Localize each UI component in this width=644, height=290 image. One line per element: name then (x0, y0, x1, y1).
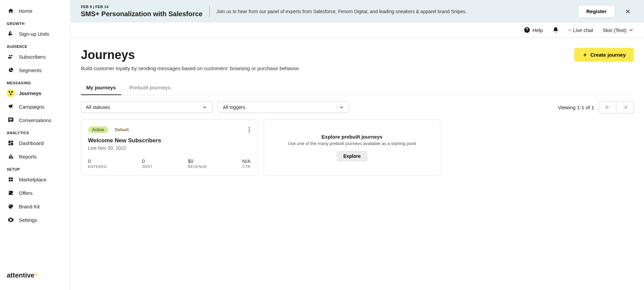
explore-description: Use one of the many prebuilt journeys av… (288, 141, 416, 146)
tab-prebuilt-journeys[interactable]: Prebuilt journeys (124, 81, 176, 95)
sidebar-item-label: Conversations (19, 117, 51, 123)
stat-ctr: N/A CTR (242, 158, 251, 169)
sidebar-item-campaigns[interactable]: Campaigns (0, 100, 70, 113)
stat-value: $0 (188, 158, 207, 164)
close-icon (624, 8, 631, 15)
cards-row: Active Default Welcome New Subscribers L… (81, 119, 634, 176)
explore-card: Explore prebuilt journeys Use one of the… (264, 119, 440, 176)
sidebar-item-settings[interactable]: Settings (0, 213, 70, 227)
chevron-down-icon (339, 105, 344, 110)
stat-label: REVENUE (188, 165, 207, 169)
stat-label: ENTERED (88, 165, 107, 169)
stat-entered: 0 ENTERED (88, 158, 107, 169)
journey-icon (7, 89, 15, 97)
gear-icon (7, 216, 15, 224)
status-badge: Active (88, 126, 108, 133)
sidebar-item-home[interactable]: Home (0, 4, 70, 18)
page-header: Journeys Create journey (81, 48, 634, 62)
announcement-banner: FEB 9 | FEB 14 SMS+ Personalization with… (71, 0, 644, 23)
sidebar-item-conversations[interactable]: Conversations (0, 113, 70, 127)
journey-card[interactable]: Active Default Welcome New Subscribers L… (81, 119, 258, 176)
live-chat-link[interactable]: Live chat (568, 27, 593, 33)
status-filter-value: All statuses (86, 105, 110, 110)
megaphone-icon (7, 103, 15, 111)
dots-vertical-icon (248, 127, 250, 133)
stat-label: SENT (142, 165, 152, 169)
sidebar-item-label: Brand Kit (19, 204, 40, 209)
sidebar-item-label: Settings (19, 217, 37, 223)
chevron-down-icon (628, 27, 634, 33)
plus-icon (582, 52, 588, 58)
account-label: Skio (Test) (603, 27, 626, 33)
pagination-next-button[interactable] (616, 101, 634, 113)
people-icon (7, 53, 15, 61)
home-icon (7, 7, 15, 15)
page-title: Journeys (81, 48, 135, 62)
sidebar-logo: attentive • (0, 265, 70, 286)
notifications-button[interactable] (552, 27, 559, 33)
card-menu-button[interactable] (248, 126, 251, 133)
sidebar-item-offers[interactable]: Offers (0, 186, 70, 200)
sidebar-item-segments[interactable]: Segments (0, 63, 70, 77)
svg-point-3 (249, 132, 250, 133)
percent-icon (7, 189, 15, 197)
page-content: Journeys Create journey Build customer l… (71, 38, 644, 290)
segment-icon (7, 66, 15, 74)
divider (209, 5, 210, 18)
card-stats: 0 ENTERED 0 SENT $0 REVENUE N/A CTR (88, 158, 251, 169)
journey-title: Welcome New Subscribers (88, 137, 251, 144)
pagination-buttons (599, 101, 634, 113)
stat-sent: 0 SENT (142, 158, 152, 169)
sidebar-item-subscribers[interactable]: Subscribers (0, 50, 70, 63)
svg-point-2 (249, 129, 250, 130)
help-icon (524, 27, 530, 33)
sidebar-item-brand-kit[interactable]: Brand Kit (0, 200, 70, 213)
explore-title: Explore prebuilt journeys (322, 134, 383, 140)
help-label: Help (532, 27, 543, 33)
sidebar-item-journeys[interactable]: Journeys (0, 86, 70, 100)
sidebar-item-label: Subscribers (19, 54, 46, 60)
sidebar-item-label: Offers (19, 190, 33, 196)
chat-icon (7, 116, 15, 124)
banner-heading-group: FEB 9 | FEB 14 SMS+ Personalization with… (81, 5, 203, 18)
page-subtitle: Build customer loyalty by sending messag… (81, 65, 634, 71)
sidebar-section-growth: GROWTH (0, 18, 70, 27)
create-journey-button[interactable]: Create journey (574, 48, 634, 62)
pagination: Viewing 1-1 of 1 (558, 101, 634, 113)
palette-icon (7, 202, 15, 210)
logo-text: attentive (7, 271, 34, 279)
help-link[interactable]: Help (524, 27, 543, 33)
status-filter[interactable]: All statuses (81, 102, 212, 113)
stat-value: 0 (88, 158, 107, 164)
topbar: Help Live chat Skio (Test) (71, 23, 644, 38)
stat-value: N/A (242, 158, 251, 164)
sidebar-item-marketplace[interactable]: Marketplace (0, 173, 70, 186)
arrow-left-icon (605, 104, 611, 110)
live-chat-label: Live chat (573, 27, 593, 33)
sidebar-section-messaging: MESSAGING (0, 77, 70, 86)
create-journey-label: Create journey (590, 52, 626, 58)
pagination-text: Viewing 1-1 of 1 (558, 105, 594, 110)
sidebar-item-label: Dashboard (19, 140, 43, 146)
status-dot-icon (568, 29, 571, 31)
stat-label: CTR (242, 165, 251, 169)
register-button[interactable]: Register (578, 5, 615, 18)
account-menu[interactable]: Skio (Test) (603, 27, 634, 33)
sidebar-item-reports[interactable]: Reports (0, 150, 70, 163)
chevron-down-icon (202, 105, 207, 110)
close-banner-button[interactable] (622, 5, 634, 18)
filters-row: All statuses All triggers Viewing 1-1 of… (81, 101, 634, 113)
tab-my-journeys[interactable]: My journeys (81, 81, 121, 95)
default-badge: Default (111, 126, 133, 133)
banner-date: FEB 9 | FEB 14 (81, 5, 203, 9)
trigger-filter[interactable]: All triggers (218, 102, 349, 113)
pagination-prev-button[interactable] (599, 101, 616, 113)
arrow-right-icon (622, 104, 628, 110)
sidebar-item-dashboard[interactable]: Dashboard (0, 136, 70, 150)
bell-icon (552, 27, 559, 33)
tabs: My journeys Prebuilt journeys (81, 81, 634, 95)
sidebar-item-label: Reports (19, 154, 37, 160)
sidebar-item-signup-units[interactable]: Sign-up Units (0, 27, 70, 40)
banner-description: Join us to hear from our panel of expert… (216, 9, 571, 14)
explore-button[interactable]: Explore (336, 151, 367, 162)
